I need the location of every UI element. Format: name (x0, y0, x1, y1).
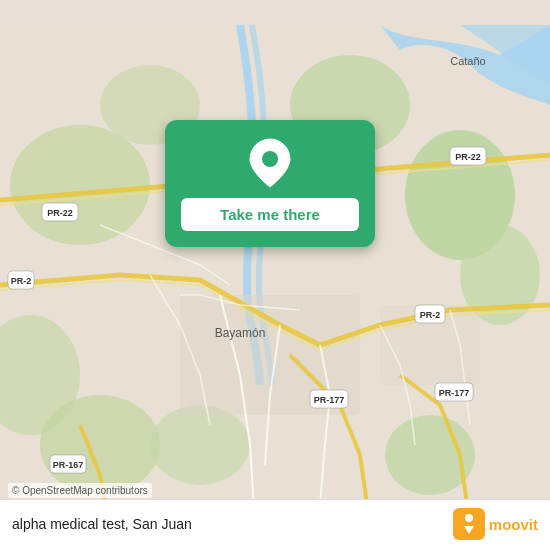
map-background: PR-22 PR-22 PR-22 PR-2 PR-2 PR-177 PR-17… (0, 0, 550, 550)
takemethere-card: Take me there (165, 120, 375, 247)
location-pin-icon (248, 137, 292, 189)
svg-text:PR-177: PR-177 (314, 395, 345, 405)
svg-text:PR-167: PR-167 (53, 460, 84, 470)
location-text: alpha medical test, San Juan (12, 516, 192, 532)
copyright-text: © OpenStreetMap contributors (8, 483, 152, 498)
svg-text:Cataño: Cataño (450, 55, 485, 67)
svg-text:PR-2: PR-2 (420, 310, 441, 320)
moovit-logo[interactable]: moovit (453, 508, 538, 540)
pin-icon-container (245, 138, 295, 188)
bottom-bar: alpha medical test, San Juan moovit (0, 499, 550, 550)
svg-point-1 (10, 125, 150, 245)
svg-text:PR-2: PR-2 (11, 276, 32, 286)
map-container: PR-22 PR-22 PR-22 PR-2 PR-2 PR-177 PR-17… (0, 0, 550, 550)
moovit-text: moovit (489, 516, 538, 533)
svg-point-7 (150, 405, 250, 485)
svg-text:PR-22: PR-22 (47, 208, 73, 218)
svg-text:PR-177: PR-177 (439, 388, 470, 398)
svg-text:PR-22: PR-22 (455, 152, 481, 162)
takemethere-button[interactable]: Take me there (181, 198, 359, 231)
svg-point-31 (262, 151, 278, 167)
svg-text:Bayamón: Bayamón (215, 326, 266, 340)
moovit-icon (453, 508, 485, 540)
copyright-label: © OpenStreetMap contributors (12, 485, 148, 496)
